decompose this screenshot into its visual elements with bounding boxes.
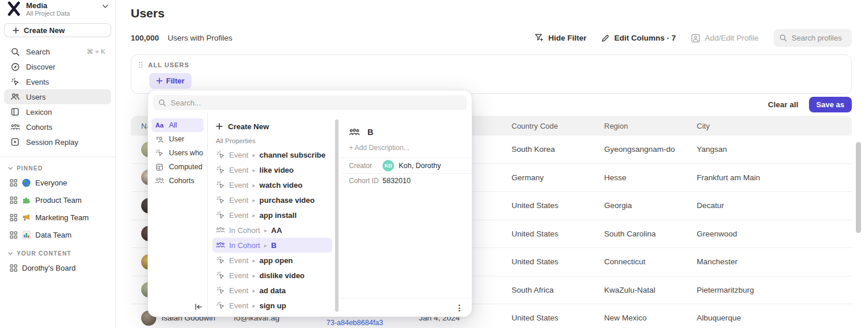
cell-region: South Carolina <box>604 229 697 238</box>
sidebar-item-discover[interactable]: Discover <box>4 59 111 74</box>
sidebar: Media All Project Data Create New Search… <box>0 0 116 328</box>
picker-item-event-purchase-video[interactable]: Event▸purchase video <box>208 192 341 207</box>
picker-scrollbar-thumb[interactable] <box>335 119 339 312</box>
megaphone-icon <box>22 213 31 222</box>
cell-region: Hesse <box>604 173 697 182</box>
workspace-name: Media <box>26 1 97 10</box>
workspace-switcher[interactable]: Media All Project Data <box>0 0 115 17</box>
add-description-link[interactable]: + Add Description... <box>341 137 472 158</box>
cohort-title: B <box>367 127 373 137</box>
board-grid-icon <box>10 196 17 204</box>
sidebar-board-everyone[interactable]: Everyone <box>4 174 111 191</box>
cell-city: Pietermaritzburg <box>697 286 852 294</box>
picker-section-label: All Properties <box>208 134 341 147</box>
picker-create-new[interactable]: Create New <box>208 118 341 134</box>
sidebar-item-events[interactable]: Events <box>4 74 111 89</box>
cell-country: United States <box>512 314 604 322</box>
clear-all-button[interactable]: Clear all <box>768 100 799 109</box>
picker-item-event-app-install[interactable]: Event▸app install <box>208 207 341 223</box>
category-users-who-did[interactable]: Users who di... <box>152 146 204 160</box>
cell-region: Georgia <box>604 201 697 210</box>
picker-item-event-channel-subscribe[interactable]: Event▸channel subscribe <box>208 147 341 162</box>
event-spark-icon <box>216 166 225 174</box>
search-profiles-input[interactable] <box>792 34 846 42</box>
search-icon <box>159 99 166 107</box>
add-filter-button[interactable]: Filter <box>149 73 192 89</box>
cohort-icon <box>349 128 360 136</box>
sidebar-board-marketing-team[interactable]: Marketing Team <box>4 209 111 226</box>
cell-city: Albuquerque <box>697 314 852 322</box>
create-new-button[interactable]: Create New <box>4 23 111 37</box>
category-user[interactable]: User <box>152 132 204 146</box>
caret-right-icon: ▸ <box>252 212 255 218</box>
creator-avatar: KD <box>382 160 394 172</box>
hide-filter-button[interactable]: Hide Filter <box>535 34 586 42</box>
picker-category-list: Aa All User Users who di... Computed Coh… <box>148 114 208 316</box>
picker-item-event-dislike-video[interactable]: Event▸dislike video <box>208 268 341 283</box>
pinned-section-header[interactable]: PINNED <box>0 163 115 174</box>
sidebar-item-cohorts[interactable]: Cohorts <box>4 119 111 134</box>
column-header-region[interactable]: Region <box>604 122 697 130</box>
column-header-city[interactable]: City <box>697 122 852 130</box>
picker-item-cohort-b[interactable]: In Cohort▸B <box>212 238 332 253</box>
page-scrollbar-thumb[interactable] <box>856 142 861 233</box>
picker-search-box[interactable] <box>153 95 467 110</box>
user-count-label: Users with Profiles <box>168 34 233 42</box>
add-edit-profile-button[interactable]: Add/Edit Profile <box>691 34 759 43</box>
caret-right-icon: ▸ <box>252 257 255 264</box>
event-spark-icon <box>216 301 225 310</box>
picker-search-input[interactable] <box>171 99 461 107</box>
event-spark-icon <box>216 151 225 159</box>
sidebar-board-product-team[interactable]: Product Team <box>4 191 111 209</box>
cell-city: Yangsan <box>697 145 852 154</box>
computed-icon <box>155 163 164 171</box>
profile-card-icon <box>691 34 700 43</box>
cell-country: Germany <box>512 173 604 182</box>
picker-property-list: Create New All Properties Event▸channel … <box>208 114 341 316</box>
book-icon <box>10 108 20 116</box>
picker-item-event-ad-data[interactable]: Event▸ad data <box>208 283 341 298</box>
chevron-down-icon <box>8 252 13 255</box>
picker-item-event-watch-video[interactable]: Event▸watch video <box>208 177 341 192</box>
search-icon <box>10 48 20 56</box>
search-profiles-box[interactable] <box>774 29 852 47</box>
cell-country: United States <box>512 257 604 266</box>
aa-icon: Aa <box>155 122 164 129</box>
media-logo-icon <box>7 1 21 16</box>
picker-item-event-sign-up[interactable]: Event▸sign up <box>208 298 341 313</box>
cell-city: Frankfurt am Main <box>697 173 852 182</box>
more-options-icon[interactable]: ⋮ <box>455 303 464 312</box>
globe-icon <box>22 178 31 187</box>
plus-icon <box>156 78 163 84</box>
creator-name: Koh, Dorothy <box>399 162 441 170</box>
board-grid-icon <box>10 264 17 272</box>
category-cohorts[interactable]: Cohorts <box>152 174 204 188</box>
category-all[interactable]: Aa All <box>152 118 204 132</box>
search-icon <box>779 34 787 42</box>
caret-right-icon: ▸ <box>264 227 267 234</box>
sidebar-item-search[interactable]: Search ⌘ + K <box>4 44 111 59</box>
cohort-detail-panel: B + Add Description... Creator KD Koh, D… <box>341 114 472 316</box>
your-content-section-header[interactable]: YOUR CONTENT <box>0 248 115 259</box>
sidebar-item-session-replay[interactable]: Session Replay <box>4 134 111 150</box>
save-as-button[interactable]: Save as <box>809 97 852 112</box>
collapse-left-icon[interactable] <box>194 303 203 311</box>
column-header-country-code[interactable]: Country Code <box>512 122 604 130</box>
cell-city: Decatur <box>697 201 852 210</box>
category-computed[interactable]: Computed <box>152 160 204 174</box>
picker-item-event-app-open[interactable]: Event▸app open <box>208 253 341 268</box>
drag-handle-icon[interactable] <box>138 61 143 68</box>
cohort-icon <box>216 242 225 248</box>
workspace-subtitle: All Project Data <box>26 10 97 17</box>
sidebar-board-dorothys-board[interactable]: Dorothy's Board <box>4 259 111 276</box>
picker-item-event-like-video[interactable]: Event▸like video <box>208 162 341 177</box>
event-spark-icon <box>155 149 164 157</box>
cell-country: South Korea <box>512 145 604 154</box>
cell-region: Gyeongsangnam-do <box>604 145 697 154</box>
sidebar-board-data-team[interactable]: Data Team <box>4 226 111 243</box>
edit-columns-button[interactable]: Edit Columns · 7 <box>601 34 676 42</box>
cell-region: KwaZulu-Natal <box>604 286 697 294</box>
sidebar-item-lexicon[interactable]: Lexicon <box>4 104 111 119</box>
sidebar-item-users[interactable]: Users <box>4 89 111 104</box>
picker-item-cohort-aa[interactable]: In Cohort▸AA <box>208 223 341 238</box>
